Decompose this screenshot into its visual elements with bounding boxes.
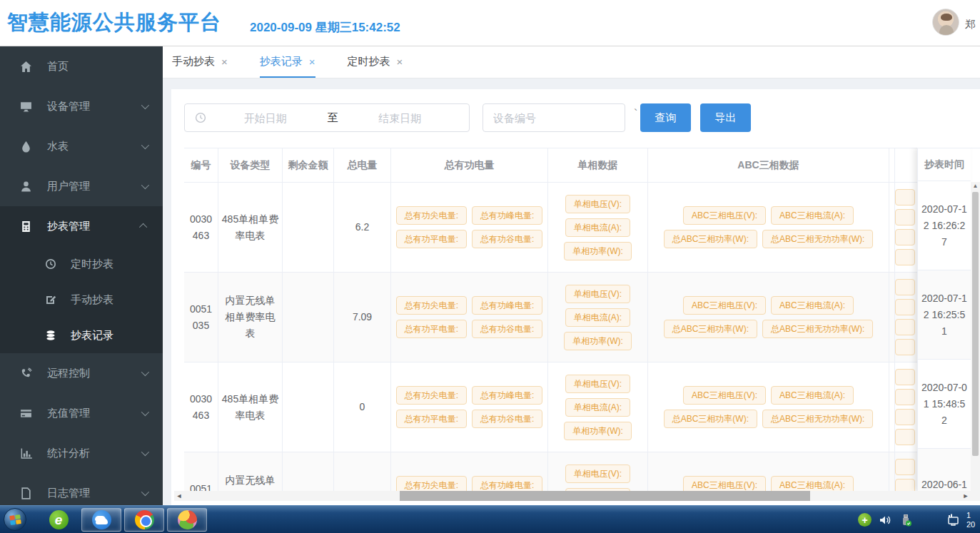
three-phase-tag[interactable]: ABC三相电流(A): [771,476,854,491]
single-phase-tag[interactable]: 单相电压(V): [565,195,630,213]
three-phase-tag[interactable]: ABC三相电流(A): [771,296,854,315]
energy-tag[interactable]: 总有功尖电量: [396,206,467,225]
cell-device-type: 485单相单费率电表 [218,183,283,272]
single-phase-tag[interactable]: 单相电压(V): [565,375,630,393]
three-phase-tag[interactable]: 总ABC三相功率(W): [664,410,757,428]
taskbar-qq-browser[interactable] [81,508,121,532]
cell-spacer [889,362,895,452]
scroll-right-arrow[interactable]: ► [961,492,971,499]
energy-tag[interactable]: 总有功峰电量: [472,296,542,315]
export-button[interactable]: 导出 [700,103,751,132]
single-phase-tag[interactable]: 单相电压(V): [565,285,630,303]
single-phase-tag[interactable]: 单相电流(A): [565,308,630,327]
energy-tag[interactable]: 总有功尖电量: [396,476,467,491]
energy-tag[interactable]: 总有功尖电量: [396,296,467,315]
sidebar-item-meter-mgmt[interactable]: 抄表管理 [0,206,163,246]
vertical-scrollbar-thumb[interactable] [972,192,979,456]
sidebar-item-label: 充值管理 [47,407,90,420]
three-phase-tag[interactable]: ABC三相电压(V): [683,476,766,491]
sidebar-item-home[interactable]: 首页 [0,46,163,86]
three-phase-tag[interactable]: ABC三相电流(A): [771,206,854,225]
close-icon[interactable]: × [397,56,403,68]
energy-tag[interactable]: 总有功平电量: [396,320,467,338]
device-number-input[interactable] [483,103,625,132]
three-phase-tag[interactable]: ABC三相电压(V): [683,206,766,225]
start-date-input[interactable] [206,112,325,124]
end-date-input[interactable] [341,112,460,124]
network-icon[interactable] [946,513,960,527]
close-icon[interactable]: × [221,56,228,68]
safety-plus-icon[interactable]: + [858,513,872,527]
single-phase-tag[interactable]: 单相功率(W): [564,332,632,350]
chevron-up-icon [139,223,147,231]
table-row: 0030 463 485单相单费率电表 6.2 总有功尖电量: 总有功峰电量: … [184,183,980,273]
query-button[interactable]: 查询 [640,103,691,132]
start-button[interactable] [4,508,26,531]
cell-balance [283,273,334,362]
energy-tag[interactable]: 总有功峰电量: [472,476,542,491]
sidebar-item-scheduled-reading[interactable]: 定时抄表 [0,246,163,282]
sidebar-item-label: 定时抄表 [71,258,113,271]
col-header-read-time: 抄表时间 [918,148,971,181]
three-phase-tag[interactable]: 总ABC三相无功功率(W): [762,230,873,248]
energy-tag[interactable]: 总有功谷电量: [472,410,542,428]
date-range-picker[interactable]: 至 [184,103,470,132]
single-phase-tag[interactable]: 单相电压(V): [565,465,630,483]
energy-tag[interactable]: 总有功谷电量: [472,320,542,338]
sidebar-item-statistics[interactable]: 统计分析 [0,433,163,473]
sidebar-item-device-mgmt[interactable]: 设备管理 [0,86,163,126]
three-phase-tag[interactable]: 总ABC三相无功功率(W): [762,410,873,428]
scroll-up-arrow[interactable]: ▲ [971,182,980,191]
sidebar-item-label: 手动抄表 [71,293,113,307]
sidebar-item-recharge-mgmt[interactable]: 充值管理 [0,393,163,433]
single-phase-tag[interactable]: 单相功率(W): [564,242,632,260]
cell-read-time: 2020-07-01 15:48:52 [918,360,971,449]
droplet-icon [20,141,32,153]
energy-tag[interactable]: 总有功尖电量: [396,386,467,405]
three-phase-tag[interactable]: ABC三相电压(V): [683,386,766,405]
sidebar-item-manual-reading[interactable]: 手动抄表 [0,282,163,318]
three-phase-tag[interactable]: 总ABC三相无功功率(W): [762,320,873,338]
single-phase-tag[interactable]: 单相电流(A): [565,398,630,417]
energy-tag[interactable]: 总有功平电量: [396,410,467,428]
username[interactable]: 郑 [965,18,980,31]
sidebar-item-label: 水表 [47,140,69,153]
clipped-tag [895,409,915,425]
energy-tag[interactable]: 总有功峰电量: [472,386,542,405]
sidebar-item-water-meter[interactable]: 水表 [0,126,163,166]
scroll-left-arrow[interactable]: ◄ [174,492,184,499]
clipped-tag [895,389,915,405]
credit-card-icon [20,407,32,420]
taskbar-photo-app[interactable] [167,508,207,532]
three-phase-tag[interactable]: ABC三相电压(V): [683,296,766,315]
cell-active-energy: 总有功尖电量: 总有功峰电量: 总有功平电量: 总有功谷电量: [391,273,548,362]
tray-clock[interactable]: 1 20 [966,511,979,529]
single-phase-tag[interactable]: 单相功率(W): [564,422,632,440]
sidebar-item-remote-control[interactable]: 远程控制 [0,353,163,393]
avatar[interactable] [932,9,959,36]
clipped-tag [895,339,915,355]
close-icon[interactable]: × [309,56,315,68]
tab-scheduled-reading[interactable]: 定时抄表 × [348,46,403,78]
horizontal-scrollbar-thumb[interactable] [400,491,810,501]
tab-manual-reading[interactable]: 手动抄表 × [172,46,228,78]
sidebar-item-label: 首页 [47,60,69,73]
sidebar-item-reading-records[interactable]: 抄表记录 [0,318,163,353]
taskbar-360-browser[interactable]: e [39,508,79,532]
cell-active-energy: 总有功尖电量: 总有功峰电量: 总有功平电量: 总有功谷电量: [391,452,548,491]
clock-icon [45,258,56,270]
single-phase-tag[interactable]: 单相电流(A): [565,218,630,237]
taskbar-chrome[interactable] [124,508,164,532]
three-phase-tag[interactable]: 总ABC三相功率(W): [664,320,757,338]
three-phase-tag[interactable]: 总ABC三相功率(W): [664,230,757,248]
energy-tag[interactable]: 总有功谷电量: [472,230,542,248]
cell-active-energy: 总有功尖电量: 总有功峰电量: 总有功平电量: 总有功谷电量: [391,183,548,272]
volume-icon[interactable] [878,513,892,527]
energy-tag[interactable]: 总有功峰电量: [472,206,542,225]
sidebar-item-user-mgmt[interactable]: 用户管理 [0,166,163,206]
tab-reading-records[interactable]: 抄表记录 × [260,46,315,78]
sidebar-item-label: 用户管理 [47,180,90,193]
usb-device-icon[interactable] [899,513,913,527]
energy-tag[interactable]: 总有功平电量: [396,230,467,248]
three-phase-tag[interactable]: ABC三相电流(A): [771,386,854,405]
